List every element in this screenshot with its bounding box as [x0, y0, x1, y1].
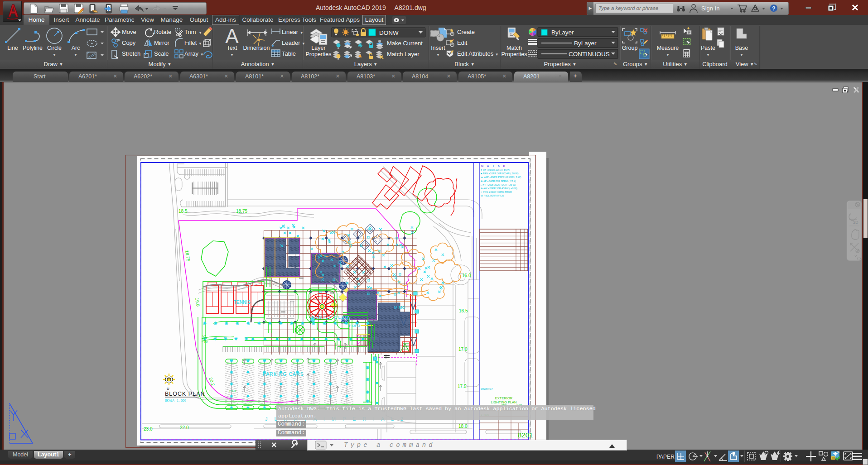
svg-text:Sign In: Sign In	[701, 5, 719, 12]
svg-text:17.0: 17.0	[458, 347, 468, 352]
svg-text:✻ #W +26PR 36R 40RW ( +8 W): ✻ #W +26PR 36R 40RW ( +8 W)	[481, 187, 517, 190]
svg-text:16.5: 16.5	[459, 308, 468, 313]
svg-text:?: ?	[772, 5, 775, 12]
svg-text:EXTERIOR: EXTERIOR	[495, 396, 513, 400]
svg-text:U: U	[167, 387, 169, 391]
svg-text:□ #T +2608 3026 T0GR ( 26 W): □ #T +2608 3026 T0GR ( 26 W)	[481, 183, 516, 186]
svg-text:BLOCK PLAN: BLOCK PLAN	[165, 391, 205, 397]
svg-text:CONTINUOUS: CONTINUOUS	[569, 51, 610, 58]
svg-text:A: A	[225, 25, 239, 47]
svg-text:22.0: 22.0	[180, 425, 189, 430]
svg-text:17.5: 17.5	[458, 384, 467, 389]
svg-text:■ R4N +26PR 30R 8034R ( 20 W): ■ R4N +26PR 30R 8034R ( 20 W)	[481, 172, 518, 175]
svg-text:ByLayer: ByLayer	[574, 40, 597, 47]
svg-text:⊕ #P +34PR 80R 8PRM ( Y8 #): ⊕ #P +34PR 80R 8PRM ( Y8 #)	[481, 180, 516, 182]
svg-text:18.75: 18.75	[236, 209, 247, 214]
svg-text:19.0: 19.0	[229, 389, 236, 393]
svg-text:0RW8RG7: 0RW8RG7	[481, 388, 493, 390]
svg-text:23.0: 23.0	[144, 427, 153, 431]
svg-text:8201: 8201	[518, 431, 533, 439]
svg-text:ByLayer: ByLayer	[551, 29, 574, 36]
svg-text:18.0: 18.0	[458, 424, 468, 429]
svg-text:SKALA 1 : 500: SKALA 1 : 500	[165, 399, 186, 402]
svg-text:● w# +0SNR 20RA ( 86 #): ● w# +0SNR 20RA ( 86 #)	[481, 168, 510, 171]
svg-text:18.5: 18.5	[178, 209, 188, 214]
svg-text:W P30L 80RR 0RLW: W P30L 80RR 0RLW	[481, 194, 504, 197]
svg-text:F OFO: F OFO	[349, 324, 360, 328]
svg-text:16.0: 16.0	[462, 273, 471, 278]
svg-text:TENNIS: TENNIS	[234, 300, 251, 305]
svg-text:N 4 T 6 8: N 4 T 6 8	[481, 164, 506, 168]
svg-text:DONW: DONW	[379, 29, 399, 36]
svg-text:○ PRG 2403R 40RW 8MGR: ○ PRG 2403R 40RW 8MGR	[481, 191, 512, 193]
svg-text:M MO: M MO	[394, 305, 405, 310]
svg-text:FAMILY CLUB: FAMILY CLUB	[312, 315, 349, 320]
svg-text:▲ w#P +0SPR P3PR 4R 20R ( 8 W): ▲ w#P +0SPR P3PR 4R 20R ( 8 W)	[481, 176, 521, 178]
svg-text:2D: 2D	[853, 220, 858, 225]
